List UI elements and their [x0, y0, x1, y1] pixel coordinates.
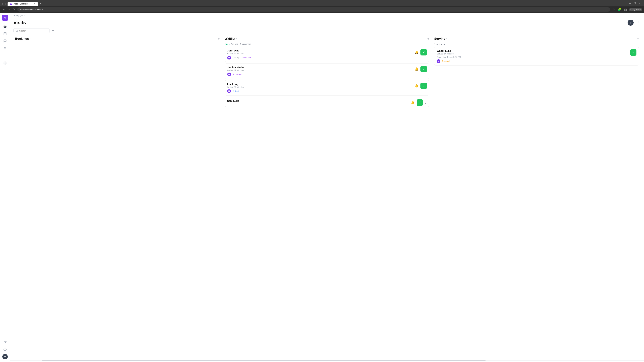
serving-title-area: Serving ›	[434, 37, 447, 40]
sidebar-item-analytics[interactable]	[2, 52, 8, 59]
sidebar-item-lightning[interactable]	[2, 339, 8, 345]
scrollbar-area[interactable]	[10, 360, 644, 361]
waitlist-title: Waitlist	[225, 37, 235, 40]
visit-served: Served 27 minutes ·	[437, 53, 628, 55]
page-header: Visits M ⋮	[10, 18, 644, 27]
check-button[interactable]: ✓	[416, 99, 423, 106]
sidebar-bottom: M	[2, 339, 8, 360]
sidebar-item-settings[interactable]	[2, 60, 8, 66]
bookings-column: Bookings › +	[14, 34, 222, 359]
sidebar-item-calendar[interactable]	[2, 30, 8, 37]
tab-bar: ‹ › M Visits | Waitwhile ✕ + — ❐ ✕	[0, 0, 644, 6]
visit-info: Jemina Madie Waited 49 minutes M Priorit…	[227, 66, 412, 76]
sidebar-item-people[interactable]	[2, 45, 8, 52]
check-button[interactable]: ✓	[420, 49, 427, 55]
tab-close-button[interactable]: ✕	[34, 3, 36, 5]
collapse-button[interactable]: ⌄	[424, 101, 427, 104]
visit-avatar: M	[227, 56, 231, 59]
people-icon	[3, 46, 7, 50]
scrollbar-thumb[interactable]	[42, 360, 486, 361]
check-button[interactable]: ✓	[420, 83, 427, 89]
close-window-button[interactable]: ✕	[639, 2, 641, 4]
check-button[interactable]: ✓	[420, 66, 427, 72]
visit-actions: 🔔 ✓ ⌄	[410, 99, 427, 106]
sidebar-item-messages[interactable]	[2, 37, 8, 44]
new-tab-button[interactable]: +	[38, 1, 43, 6]
bookmark-button[interactable]: ☆	[612, 7, 616, 12]
extensions-button[interactable]: 🧩	[617, 7, 622, 12]
visit-meta: M Delayed	[437, 59, 628, 63]
chat-icon	[3, 39, 7, 42]
search-input[interactable]	[19, 29, 48, 32]
svg-rect-0	[4, 32, 6, 35]
bell-button[interactable]: 🔔	[414, 50, 419, 55]
sidebar-item-help[interactable]	[2, 346, 8, 353]
waitlist-chevron-icon: ›	[236, 37, 237, 40]
toolbar	[10, 27, 644, 34]
visit-waited: Waited 32 minutes	[227, 86, 412, 88]
top-bar: Moodjoy7434	[10, 13, 644, 18]
tab-label: Visits | Waitwhile	[14, 3, 28, 5]
serving-add-button[interactable]: +	[637, 36, 639, 41]
serve-time: Serve time Today, 2:24 PM	[437, 56, 628, 58]
visit-name: Lee Long	[227, 83, 412, 85]
browser-nav-buttons: ← → ↻	[2, 7, 16, 12]
analytics-icon	[3, 54, 7, 57]
user-avatar-initial: M	[4, 356, 6, 358]
visit-info: Sam Luke	[227, 99, 409, 103]
visit-avatar: M	[227, 72, 231, 76]
waitlist-column: Waitlist › + Open · 1m wait · 4 customer…	[223, 34, 431, 359]
visit-waited: Waited 49 minutes	[227, 69, 412, 71]
bell-button[interactable]: 🔔	[410, 100, 415, 105]
app-container: M M	[0, 13, 644, 362]
visit-card-sam-luke[interactable]: Sam Luke 🔔 ✓ ⌄	[225, 97, 430, 107]
bell-button[interactable]: 🔔	[414, 83, 419, 88]
reload-button[interactable]: ↻	[12, 7, 16, 12]
tab-forward-button[interactable]: ›	[4, 2, 7, 6]
page-header-actions: M ⋮	[628, 19, 641, 26]
home-icon	[3, 24, 7, 28]
visit-card-lee-long[interactable]: Lee Long Waited 32 minutes M Arrived 🔔 ✓	[225, 80, 430, 95]
serving-list: Walter Luke Served 27 minutes · Serve ti…	[434, 47, 639, 359]
tab-nav-buttons: ‹ ›	[1, 2, 7, 6]
visit-card-walter-luke[interactable]: Walter Luke Served 27 minutes · Serve ti…	[434, 47, 639, 65]
waitlist-status-detail: · 1m wait · 4 customers	[230, 43, 251, 45]
user-avatar-small: M	[2, 354, 8, 359]
waitlist-add-button[interactable]: +	[427, 36, 429, 41]
more-options-button[interactable]: ⋮	[636, 20, 641, 25]
calendar-icon	[3, 32, 7, 35]
forward-button[interactable]: →	[7, 7, 11, 12]
status-badge: Prioritized	[232, 73, 242, 76]
sidebar-item-avatar[interactable]: M	[2, 353, 8, 360]
sidebar-item-home[interactable]	[2, 23, 8, 29]
tab-back-button[interactable]: ‹	[1, 2, 4, 6]
visit-info: Lee Long Waited 32 minutes M Arrived	[227, 83, 412, 93]
active-tab[interactable]: M Visits | Waitwhile ✕	[8, 2, 38, 6]
address-input[interactable]	[17, 7, 610, 11]
visit-name: Walter Luke	[437, 49, 628, 52]
browser-action-buttons: ☆ 🧩 ▥ Incognito (2)	[612, 7, 642, 12]
minimize-button[interactable]: —	[629, 2, 631, 4]
filter-button[interactable]	[52, 29, 54, 32]
restore-button[interactable]: ❐	[634, 2, 636, 4]
serving-title: Serving	[434, 37, 445, 40]
browser-chrome: ‹ › M Visits | Waitwhile ✕ + — ❐ ✕ ← → ↻…	[0, 0, 644, 13]
sidebar: M M	[0, 13, 10, 362]
visit-time-ago: 31m ago	[232, 56, 240, 59]
visit-info: Walter Luke Served 27 minutes · Serve ti…	[437, 49, 628, 63]
visit-actions: 🔔 ✓	[414, 66, 427, 72]
sidebar-logo: M	[2, 15, 8, 21]
svg-line-13	[17, 31, 18, 32]
sidebar-toggle-button[interactable]: ▥	[624, 7, 628, 12]
main-content: Moodjoy7434 Visits M ⋮ B	[10, 13, 644, 362]
visit-card-john-dale[interactable]: John Dale Waited 57 minutes M 31m ago Pr…	[225, 46, 430, 62]
visit-avatar: M	[437, 59, 440, 63]
visit-card-jemina-madie[interactable]: Jemina Madie Waited 49 minutes M Priorit…	[225, 63, 430, 79]
check-button[interactable]: ✓	[630, 49, 636, 56]
search-icon	[16, 30, 18, 32]
visit-name: Sam Luke	[227, 99, 409, 102]
bell-button[interactable]: 🔔	[414, 66, 419, 71]
back-button[interactable]: ←	[2, 7, 6, 12]
bookings-add-button[interactable]: +	[218, 36, 220, 41]
tab-favicon: M	[10, 3, 12, 5]
